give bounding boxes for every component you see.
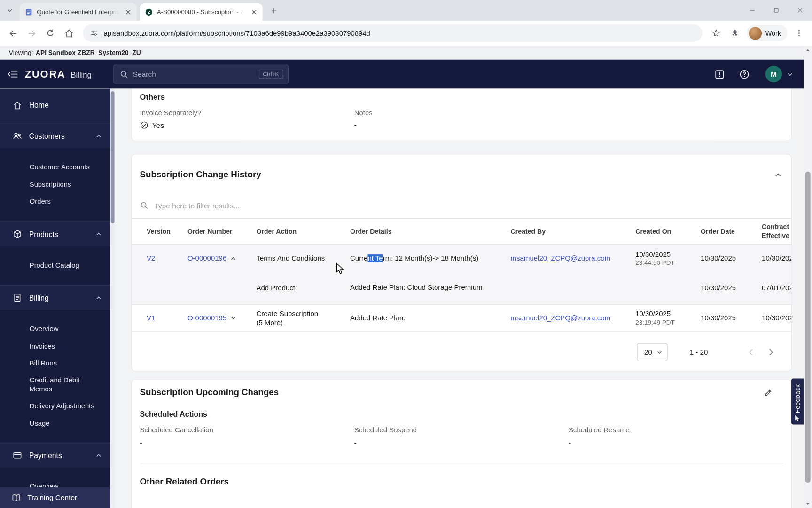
scheduled-suspend-value: - xyxy=(354,438,569,447)
window-minimize-button[interactable] xyxy=(741,0,765,21)
invoice-separately-label: Invoice Separately? xyxy=(140,109,354,117)
environment-name: API Sandbox ZBZR_System20_ZU xyxy=(36,49,141,56)
chevron-up-icon xyxy=(95,294,102,301)
back-button[interactable] xyxy=(4,24,22,42)
whats-new-icon[interactable] xyxy=(711,66,727,82)
created-by-link[interactable]: msamuel20_ZCPQ@zuora.com xyxy=(511,314,636,322)
scrollbar-up-icon[interactable] xyxy=(804,46,812,55)
extensions-icon[interactable] xyxy=(726,24,743,42)
sidebar-item-invoices[interactable]: Invoices xyxy=(0,337,110,354)
filter-input[interactable] xyxy=(154,201,791,210)
reload-button[interactable] xyxy=(41,24,59,42)
browser-menu-icon[interactable] xyxy=(790,24,808,42)
global-search[interactable]: Ctrl+K xyxy=(113,65,288,84)
collapse-section-icon[interactable] xyxy=(774,171,782,179)
sidebar-item-payments[interactable]: Payments xyxy=(0,443,110,468)
new-tab-button[interactable] xyxy=(267,4,281,18)
order-date: 10/30/2025 xyxy=(701,314,762,322)
created-by-link[interactable]: msamuel20_ZCPQ@zuora.com xyxy=(511,254,636,262)
browser-profile-button[interactable]: Work xyxy=(747,25,787,41)
sidebar-item-orders[interactable]: Orders xyxy=(0,193,110,210)
version-link[interactable]: V2 xyxy=(147,254,187,262)
page-scrollbar-thumb[interactable] xyxy=(805,172,811,483)
sidebar-item-delivery-adjustments[interactable]: Delivery Adjustments xyxy=(0,397,110,414)
browser-toolbar: apisandbox.zuora.com/platform/subscripti… xyxy=(0,21,812,46)
window-close-button[interactable] xyxy=(788,0,812,21)
pagination-next-icon[interactable] xyxy=(765,346,777,358)
environment-banner: Viewing: API Sandbox ZBZR_System20_ZU xyxy=(0,46,804,60)
sidebar-item-products[interactable]: Products xyxy=(0,222,110,246)
sidebar-item-customer-accounts[interactable]: Customer Accounts xyxy=(0,159,110,175)
url-text[interactable]: apisandbox.zuora.com/platform/subscripti… xyxy=(103,29,370,37)
sidebar-scrollbar-thumb[interactable] xyxy=(111,91,115,223)
sidebar-collapse-icon[interactable] xyxy=(5,66,21,82)
feedback-button[interactable]: Feedback xyxy=(791,378,804,424)
col-order-action: Order Action xyxy=(257,228,350,236)
url-bar[interactable]: apisandbox.zuora.com/platform/subscripti… xyxy=(83,24,702,42)
order-details: Added Rate Plan: xyxy=(350,314,511,322)
site-info-icon[interactable] xyxy=(90,29,99,38)
version-link[interactable]: V1 xyxy=(147,314,187,322)
order-number-link[interactable]: O-00000195 xyxy=(187,314,226,322)
order-number-link[interactable]: O-00000196 xyxy=(187,254,226,262)
sidebar: Home Customers Customer Accounts Subscri… xyxy=(0,88,110,508)
profile-name: Work xyxy=(765,29,781,37)
search-input[interactable] xyxy=(133,70,254,79)
scrollbar-down-icon[interactable] xyxy=(804,500,812,508)
sidebar-item-billing[interactable]: Billing xyxy=(0,285,110,310)
browser-tab-subscription[interactable]: Z A-S00000080 - Subscription - Z xyxy=(140,3,263,21)
tab-list-chevron-icon[interactable] xyxy=(3,4,17,17)
forward-button[interactable] xyxy=(23,24,40,42)
sidebar-item-subscriptions[interactable]: Subscriptions xyxy=(0,176,110,193)
tab-title: Quote for Greenfield Enterpris xyxy=(37,8,119,16)
sidebar-item-usage[interactable]: Usage xyxy=(0,415,110,432)
order-action: Create Subscription (5 More) xyxy=(257,310,350,326)
table-row: V1 O-00000195 Create Subscription (5 Mor… xyxy=(132,305,791,332)
scheduled-suspend-label: Scheduled Suspend xyxy=(354,426,569,434)
app-body: Home Customers Customer Accounts Subscri… xyxy=(0,88,804,508)
zuora-logo[interactable]: ZUORA Billing xyxy=(25,68,92,80)
training-center-icon xyxy=(11,492,21,502)
user-avatar[interactable]: M xyxy=(765,66,782,82)
edit-pencil-icon[interactable] xyxy=(763,388,773,397)
billing-icon xyxy=(12,293,22,303)
notes-label: Notes xyxy=(354,109,783,117)
pagination-range: 1 - 20 xyxy=(690,348,708,356)
notes-value: - xyxy=(354,121,357,129)
scheduled-resume-value: - xyxy=(569,438,783,447)
collapse-row-icon[interactable] xyxy=(230,255,236,261)
page-size-select[interactable]: 20 xyxy=(637,343,667,361)
help-icon[interactable] xyxy=(736,66,752,82)
sidebar-item-bill-runs[interactable]: Bill Runs xyxy=(0,355,110,372)
change-history-title: Subscription Change History xyxy=(132,154,791,181)
section-divider xyxy=(140,463,783,463)
sidebar-item-product-catalog[interactable]: Product Catalog xyxy=(0,257,110,274)
table-row: V2 O-00000196 Terms And Conditions Curre… xyxy=(132,245,791,305)
window-maximize-button[interactable] xyxy=(765,0,789,21)
sidebar-item-credit-debit-memos[interactable]: Credit and Debit Memos xyxy=(0,372,110,397)
search-shortcut-badge: Ctrl+K xyxy=(259,70,283,79)
order-action: Add Product xyxy=(257,284,350,292)
sidebar-item-billing-overview[interactable]: Overview xyxy=(0,320,110,337)
tab-close-icon[interactable] xyxy=(250,8,258,16)
sidebar-item-customers[interactable]: Customers xyxy=(0,123,110,148)
order-action: Terms And Conditions xyxy=(257,254,350,262)
col-order-date: Order Date xyxy=(701,228,762,236)
pagination-prev-icon[interactable] xyxy=(745,346,757,358)
bookmark-star-icon[interactable] xyxy=(707,24,725,42)
sidebar-item-home[interactable]: Home xyxy=(0,93,110,118)
sidebar-scrollbar xyxy=(110,88,115,508)
others-section: Others Invoice Separately? Yes xyxy=(131,88,792,141)
browser-home-button[interactable] xyxy=(60,24,78,42)
zuora-tab-favicon: Z xyxy=(145,8,153,16)
col-created-by: Created By xyxy=(511,228,636,236)
browser-tab-quote[interactable]: Quote for Greenfield Enterpris xyxy=(20,3,137,21)
tab-title: A-S00000080 - Subscription - Z xyxy=(157,8,245,16)
training-center-button[interactable]: Training Center xyxy=(0,487,110,508)
expand-row-icon[interactable] xyxy=(230,315,236,321)
feedback-pointer-icon xyxy=(795,415,800,421)
avatar-chevron-icon[interactable] xyxy=(787,71,793,77)
contract-effective-date: 07/01/202 xyxy=(762,284,792,292)
order-date: 10/30/2025 xyxy=(701,254,762,262)
tab-close-icon[interactable] xyxy=(124,8,133,16)
